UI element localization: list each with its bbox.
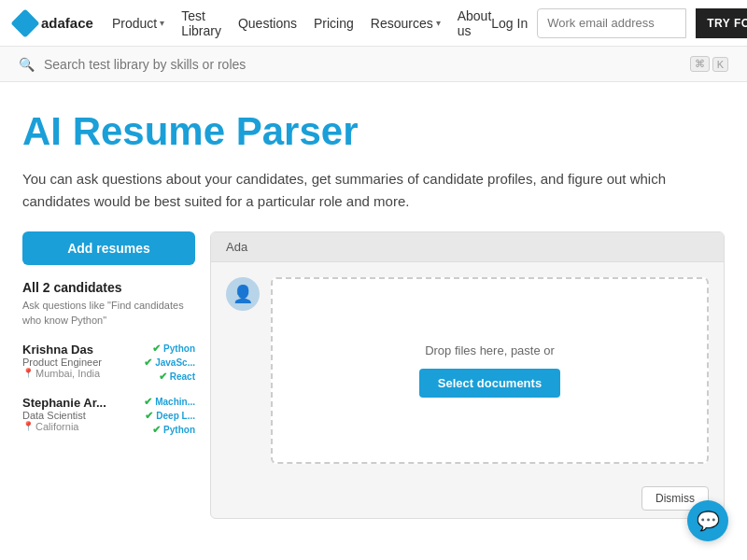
select-documents-button[interactable]: Select documents <box>419 369 560 398</box>
nav-about[interactable]: About us <box>458 8 492 38</box>
nav-resources[interactable]: Resources ▾ <box>371 16 441 31</box>
location-pin-icon: 📍 <box>22 421 34 431</box>
main-content: Add resumes All 2 candidates Ask questio… <box>0 231 747 541</box>
email-field[interactable] <box>537 8 686 38</box>
tag-javascript: ✔JavaSc... <box>144 357 195 369</box>
drop-zone[interactable]: Drop files here, paste or Select documen… <box>271 277 709 464</box>
candidate-item[interactable]: Krishna Das Product Engineer 📍 Mumbai, I… <box>22 343 195 383</box>
location-pin-icon: 📍 <box>22 368 34 378</box>
candidate-tags: ✔Machin... ✔Deep L... ✔Python <box>144 396 195 436</box>
nav-pricing[interactable]: Pricing <box>314 16 354 31</box>
tag-deep-learning: ✔Deep L... <box>145 410 195 422</box>
hero-description: You can ask questions about your candida… <box>22 168 695 213</box>
panel-header: Ada <box>211 232 724 262</box>
panel-body: 👤 Drop files here, paste or Select docum… <box>211 262 724 479</box>
nav-product[interactable]: Product ▾ <box>112 16 164 31</box>
candidate-location: 📍 Mumbai, India <box>22 368 102 379</box>
avatar-area: 👤 <box>226 277 260 464</box>
search-shortcut: ⌘ K <box>690 56 728 72</box>
logo-text: adaface <box>41 15 93 31</box>
try-for-free-button[interactable]: TRY FOR FREE <box>696 8 747 38</box>
all-candidates-hint: Ask questions like "Find candidates who … <box>22 299 195 328</box>
search-input[interactable] <box>44 57 690 72</box>
hero-title: AI Resume Parser <box>22 110 725 153</box>
candidate-tags: ✔Python ✔JavaSc... ✔React <box>144 343 195 383</box>
search-bar: 🔍 ⌘ K <box>0 47 747 82</box>
right-panel: Ada 👤 Drop files here, paste or Select d… <box>210 231 725 519</box>
shortcut-symbol: ⌘ <box>690 56 710 72</box>
login-button[interactable]: Log In <box>491 16 528 31</box>
logo[interactable]: adaface <box>15 13 93 34</box>
candidate-info: Krishna Das Product Engineer 📍 Mumbai, I… <box>22 343 102 379</box>
all-candidates-item[interactable]: All 2 candidates Ask questions like "Fin… <box>22 280 195 328</box>
candidate-name: Krishna Das <box>22 343 102 357</box>
left-panel: Add resumes All 2 candidates Ask questio… <box>22 231 195 519</box>
chat-icon: 💬 <box>697 510 720 532</box>
candidate-role: Data Scientist <box>22 410 106 421</box>
panel-footer: Dismiss <box>211 479 724 518</box>
tag-python: ✔Python <box>152 343 195 355</box>
shortcut-key: K <box>712 57 728 72</box>
drop-text: Drop files here, paste or <box>425 343 555 357</box>
candidate-location: 📍 California <box>22 421 106 432</box>
search-icon: 🔍 <box>19 57 35 72</box>
hero-section: AI Resume Parser You can ask questions a… <box>0 82 747 231</box>
nav-right: Log In TRY FOR FREE <box>491 8 747 38</box>
chevron-down-icon: ▾ <box>160 18 164 28</box>
logo-diamond <box>10 8 39 37</box>
candidate-info: Stephanie Ar... Data Scientist 📍 Califor… <box>22 396 106 432</box>
add-resumes-button[interactable]: Add resumes <box>22 231 195 265</box>
candidate-role: Product Engineer <box>22 357 102 368</box>
tag-machine-learning: ✔Machin... <box>144 396 195 408</box>
tag-react: ✔React <box>159 371 195 383</box>
nav-items: Product ▾ Test Library Questions Pricing… <box>112 8 491 38</box>
tag-python: ✔Python <box>152 424 195 436</box>
all-candidates-title: All 2 candidates <box>22 280 195 295</box>
candidate-item[interactable]: Stephanie Ar... Data Scientist 📍 Califor… <box>22 396 195 436</box>
avatar: 👤 <box>226 277 260 311</box>
candidate-name: Stephanie Ar... <box>22 396 106 410</box>
nav-test-library[interactable]: Test Library <box>181 8 221 38</box>
chat-bubble-button[interactable]: 💬 <box>687 500 728 541</box>
nav-questions[interactable]: Questions <box>238 16 297 31</box>
chevron-down-icon: ▾ <box>436 18 441 28</box>
